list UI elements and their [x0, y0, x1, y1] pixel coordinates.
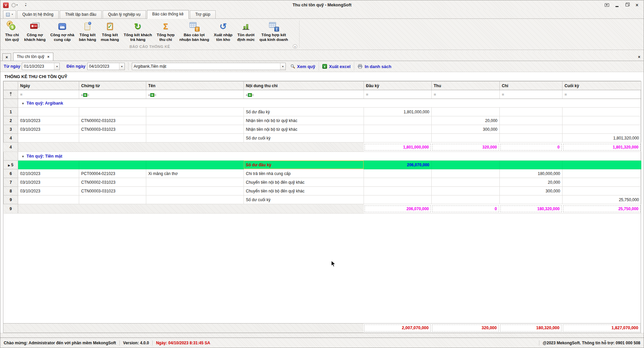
cell-dauky[interactable]: 206,070,000 — [364, 161, 432, 169]
cell-cuoiky[interactable] — [562, 178, 641, 187]
ribbon-item-inventory[interactable]: ↺Xuất nhậptồn kho — [211, 20, 235, 43]
column-header-thu[interactable]: Thu — [432, 81, 500, 90]
strip-close-button[interactable]: × — [638, 55, 642, 61]
cell-noidung[interactable]: Nhận tiền nội bộ từ quỹ khác — [244, 125, 364, 134]
cell-noidung[interactable]: Chi trả tiền nhà cung cấp — [244, 169, 364, 178]
table-row[interactable]: 9Số dư cuối kỳ25,750,000 — [4, 195, 641, 204]
from-date-input[interactable]: 01/10/2023 ▼ — [22, 63, 60, 70]
cell-ngay[interactable]: 03/10/2023 — [18, 187, 79, 195]
table-row[interactable]: 303/10/2023CTN00003-031023Nhận tiền nội … — [4, 125, 641, 134]
cell-ngay[interactable] — [18, 195, 79, 204]
cell-dauky[interactable] — [364, 178, 432, 187]
cell-cuoiky[interactable] — [562, 169, 641, 178]
group-row[interactable]: ▼Tên quỹ: Argibank — [4, 99, 641, 108]
ribbon-item-sigma[interactable]: ΣTổng hợpthu chi — [154, 20, 177, 43]
filter-cell-chi[interactable]: = — [500, 90, 562, 99]
column-header-chi[interactable]: Chi — [500, 81, 562, 90]
cell-chi[interactable] — [500, 108, 562, 116]
cell-noidung[interactable]: Chuyển tiền nội bộ đến quỹ khác — [244, 178, 364, 187]
table-row-selected[interactable]: ▶5Số dư đầu kỳ206,070,000 — [4, 161, 641, 169]
ribbon-item-bar-chart[interactable]: Tồn dướiđịnh mức — [235, 20, 257, 43]
cell-ngay[interactable]: 03/10/2023 — [18, 178, 79, 187]
column-header-chungtu[interactable]: Chứng từ — [79, 81, 146, 90]
row-indicator[interactable]: 1 — [4, 108, 18, 116]
cell-chi[interactable]: 180,000,000 — [500, 169, 562, 178]
ribbon-item-profit-table[interactable]: ΣBáo cáo lợinhuận bán hàng — [177, 20, 212, 43]
cell-ten[interactable] — [146, 187, 244, 195]
cell-ten[interactable] — [146, 108, 244, 116]
row-indicator[interactable]: 2 — [4, 116, 18, 125]
filter-cell-cuoiky[interactable]: = — [562, 90, 641, 99]
cell-thu[interactable] — [432, 108, 500, 116]
cell-chi[interactable]: 300,000 — [500, 187, 562, 195]
cell-thu[interactable] — [432, 161, 500, 169]
cell-thu[interactable]: 20,000 — [432, 116, 500, 125]
ribbon-tab-1[interactable]: Thiết lập ban đầu — [60, 10, 102, 18]
cell-ten[interactable] — [146, 134, 244, 142]
cell-cuoiky[interactable] — [562, 116, 641, 125]
cell-ngay[interactable] — [18, 134, 79, 142]
table-row[interactable]: 203/10/2023CTN00002-031023Nhận tiền nội … — [4, 116, 641, 125]
cell-ten[interactable] — [146, 161, 244, 169]
row-indicator[interactable]: 8 — [4, 187, 18, 195]
cell-cuoiky[interactable]: 25,750,000 — [562, 195, 641, 204]
cell-chungtu[interactable] — [79, 195, 146, 204]
ribbon-item-result-table[interactable]: ΣTổng hợp kếtquả kinh doanh — [257, 20, 290, 43]
cell-chungtu[interactable] — [79, 108, 146, 116]
ribbon-item-sales-note[interactable]: Tổng kếtbán hàng — [76, 20, 98, 43]
group-row[interactable]: ▼Tên quỹ: Tiền mặt — [4, 152, 641, 161]
close-button[interactable]: × — [633, 2, 641, 8]
cell-thu[interactable] — [432, 169, 500, 178]
cell-noidung[interactable]: Số dư đầu kỳ — [244, 161, 364, 169]
column-header-cuoiky[interactable]: Cuối kỳ — [562, 81, 641, 90]
cell-dauky[interactable]: 1,801,000,000 — [364, 108, 432, 116]
cell-cuoiky[interactable] — [562, 108, 641, 116]
filter-pin-icon[interactable] — [4, 90, 18, 99]
print-list-button[interactable]: In danh sách — [358, 64, 391, 69]
dropdown-arrow-icon[interactable]: ▼ — [119, 63, 124, 70]
close-all-tabs-button[interactable]: × — [2, 53, 11, 61]
cell-noidung[interactable]: Số dư cuối kỳ — [244, 195, 364, 204]
cell-dauky[interactable] — [364, 195, 432, 204]
app-logo-icon[interactable]: V — [3, 2, 9, 8]
column-header-dauky[interactable]: Đầu kỳ — [364, 81, 432, 90]
filter-cell-dauky[interactable]: = — [364, 90, 432, 99]
collapse-triangle-icon[interactable]: ▼ — [21, 155, 24, 158]
ribbon-tab-3[interactable]: Báo cáo thống kê — [147, 10, 189, 19]
cell-cuoiky[interactable]: 1,801,320,000 — [562, 134, 641, 142]
table-row[interactable]: 803/10/2023CTN00003-031023Chuyển tiền nộ… — [4, 187, 641, 195]
dropdown-arrow-icon[interactable]: ▼ — [280, 63, 285, 70]
cell-chi[interactable] — [500, 125, 562, 134]
tab-thu-chi-ton-quy[interactable]: Thu chi tồn quỹ × — [13, 53, 53, 61]
column-header-ten[interactable]: Tên — [146, 81, 244, 90]
cell-thu[interactable] — [432, 134, 500, 142]
table-row[interactable]: 4Số dư cuối kỳ1,801,320,000 — [4, 134, 641, 142]
ribbon-item-customer-debt[interactable]: Công nợkhách hàng — [22, 20, 48, 43]
ribbon-item-purchase-check[interactable]: ✓Tổng kếtmua hàng — [98, 20, 121, 43]
fund-select[interactable]: Argibank,Tiền mặt ▼ — [132, 63, 286, 70]
column-header-noidung[interactable]: Nội dung thu chi — [244, 81, 364, 90]
dropdown-arrow-icon[interactable]: ▼ — [54, 63, 59, 70]
view-fund-button[interactable]: Xem quỹ — [290, 64, 315, 69]
row-indicator[interactable]: 4 — [4, 134, 18, 142]
ribbon-tab-4[interactable]: Trợ giúp — [190, 10, 216, 18]
cell-chungtu[interactable] — [79, 161, 146, 169]
table-row[interactable]: 602/10/2023PCT00004-021023Xi măng cần th… — [4, 169, 641, 178]
table-row[interactable]: 703/10/2023CTN00002-031023Chuyển tiền nộ… — [4, 178, 641, 187]
filter-cell-noidung[interactable]: ABC — [244, 90, 364, 99]
cell-ten[interactable] — [146, 195, 244, 204]
cell-noidung[interactable]: Số dư đầu kỳ — [244, 108, 364, 116]
group-row-caption[interactable]: ▼Tên quỹ: Argibank — [18, 99, 641, 108]
cell-noidung[interactable]: Số dư cuối kỳ — [244, 134, 364, 142]
cell-chi[interactable]: 20,000 — [500, 178, 562, 187]
cell-dauky[interactable] — [364, 169, 432, 178]
ribbon-tab-0[interactable]: Quản trị hệ thống — [17, 10, 59, 18]
cell-chungtu[interactable]: CTN00002-031023 — [79, 116, 146, 125]
row-indicator[interactable]: 6 — [4, 169, 18, 178]
cell-ngay[interactable]: 03/10/2023 — [18, 125, 79, 134]
cell-chungtu[interactable]: CTN00002-031023 — [79, 178, 146, 187]
group-row-caption[interactable]: ▼Tên quỹ: Tiền mặt — [18, 152, 641, 161]
cell-chungtu[interactable]: PCT00004-021023 — [79, 169, 146, 178]
table-row[interactable]: 1Số dư đầu kỳ1,801,000,000 — [4, 108, 641, 116]
application-menu-button[interactable]: ▾ — [3, 10, 16, 18]
